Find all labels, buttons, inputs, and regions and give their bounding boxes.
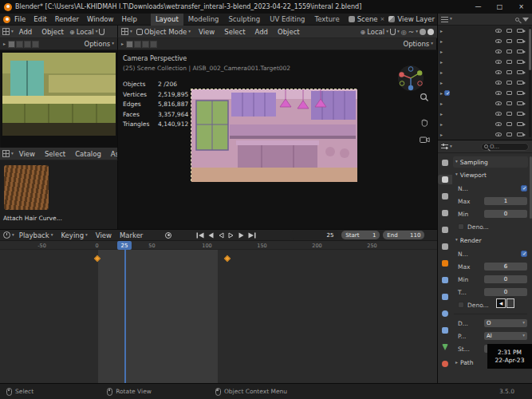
- rotate-tool-icon[interactable]: [32, 41, 39, 48]
- menu-file[interactable]: File: [10, 15, 30, 23]
- properties-tab-output[interactable]: [438, 192, 452, 201]
- menu-render[interactable]: Render: [51, 15, 83, 23]
- outliner-row[interactable]: [438, 98, 528, 109]
- menu-add[interactable]: Add: [250, 28, 271, 36]
- expand-icon[interactable]: [3, 41, 6, 46]
- mode-dropdown[interactable]: Object Mode: [134, 28, 193, 36]
- disable-viewport-icon[interactable]: [506, 81, 512, 85]
- workspace-tab-modeling[interactable]: Modeling: [183, 14, 224, 26]
- panel-viewport[interactable]: Viewport: [453, 169, 528, 180]
- proportional-editing-icon[interactable]: [401, 28, 407, 36]
- min-samples-field[interactable]: 0: [484, 210, 527, 218]
- hide-eye-icon[interactable]: [495, 132, 502, 136]
- outliner-row[interactable]: [438, 77, 528, 88]
- properties-tab-object-data[interactable]: [438, 342, 452, 352]
- asset-thumbnail[interactable]: [4, 165, 49, 210]
- outliner-row[interactable]: [438, 88, 528, 98]
- expand-icon[interactable]: [440, 101, 443, 106]
- taskbar-clock[interactable]: 2:31 PM 22-Apr-23: [487, 344, 532, 369]
- workspace-tab-texture[interactable]: Texture: [310, 14, 345, 26]
- disable-render-icon[interactable]: [517, 81, 523, 85]
- panel-render[interactable]: Render: [453, 235, 528, 246]
- maximize-button[interactable]: □: [489, 0, 510, 14]
- expand-icon[interactable]: [440, 49, 443, 54]
- disable-viewport-icon[interactable]: [506, 49, 512, 53]
- options-dropdown[interactable]: Options: [84, 40, 114, 48]
- expand-icon[interactable]: [440, 39, 443, 44]
- zoom-icon[interactable]: [419, 92, 430, 103]
- end-frame-field[interactable]: End 110: [383, 231, 424, 239]
- menu-view[interactable]: View: [195, 28, 219, 36]
- minimize-button[interactable]: —: [467, 0, 489, 14]
- collection-checkbox[interactable]: [444, 90, 450, 96]
- max-samples-field[interactable]: 1: [484, 197, 527, 205]
- next-keyframe-button[interactable]: [237, 231, 246, 239]
- material-shading-icon[interactable]: [428, 29, 434, 35]
- expand-icon[interactable]: [440, 60, 443, 65]
- disable-render-icon[interactable]: [517, 101, 523, 105]
- prev-keyframe-button[interactable]: [206, 231, 215, 239]
- denoise-checkbox[interactable]: [458, 223, 464, 230]
- outliner-row[interactable]: [438, 129, 528, 140]
- hide-eye-icon[interactable]: [495, 112, 502, 116]
- menu-object[interactable]: Object: [274, 28, 304, 36]
- panel-sampling[interactable]: Sampling: [453, 156, 528, 168]
- scene-selector[interactable]: Scene ×: [349, 15, 385, 23]
- disable-render-icon[interactable]: [517, 29, 523, 33]
- disable-viewport-icon[interactable]: [506, 39, 512, 43]
- expand-icon[interactable]: [440, 29, 443, 34]
- expand-icon[interactable]: [121, 41, 124, 46]
- view-layer-selector[interactable]: View Layer: [388, 15, 435, 23]
- disable-viewport-icon[interactable]: [506, 29, 512, 33]
- disable-render-icon[interactable]: [517, 49, 523, 53]
- disable-viewport-icon[interactable]: [506, 70, 512, 74]
- workspace-tab-sculpting[interactable]: Sculpting: [223, 14, 265, 26]
- passes-dropdown[interactable]: Al: [484, 332, 527, 340]
- timeline-body[interactable]: [0, 250, 437, 383]
- auto-keying-icon[interactable]: [165, 232, 171, 239]
- editor-type-viewport-dropdown[interactable]: [121, 28, 132, 35]
- select-box-tool-icon[interactable]: [8, 41, 15, 48]
- play-reverse-button[interactable]: [216, 231, 226, 239]
- solid-shading-icon[interactable]: [420, 29, 426, 35]
- hide-eye-icon[interactable]: [495, 49, 502, 53]
- jump-to-end-button[interactable]: [247, 231, 257, 239]
- properties-tab-physics[interactable]: [438, 309, 452, 318]
- properties-tab-scene[interactable]: [438, 225, 452, 235]
- menu-edit[interactable]: Edit: [30, 15, 50, 23]
- outliner-row[interactable]: [438, 26, 528, 36]
- menu-keying[interactable]: Keying: [57, 231, 90, 239]
- menu-asset[interactable]: Asse: [107, 150, 118, 158]
- properties-tab-render[interactable]: [438, 175, 452, 184]
- snap-magnet-icon[interactable]: [390, 29, 396, 35]
- workspace-tab-layout[interactable]: Layout: [151, 14, 183, 26]
- expand-icon[interactable]: [440, 112, 443, 117]
- transform-orientation-dropdown[interactable]: Local: [360, 28, 388, 36]
- timeline-ruler[interactable]: -50050100150200250: [0, 241, 437, 250]
- playhead-line[interactable]: [124, 241, 126, 383]
- keyframe-diamond[interactable]: [224, 255, 231, 262]
- editor-type-viewport-dropdown[interactable]: [2, 28, 14, 35]
- cursor-tool-icon[interactable]: [134, 41, 141, 48]
- camera-view-icon[interactable]: [419, 134, 430, 145]
- properties-tab-view-layer[interactable]: [438, 208, 452, 218]
- disable-render-icon[interactable]: [517, 91, 523, 95]
- disable-render-icon[interactable]: [517, 132, 523, 136]
- move-view-hand-icon[interactable]: [419, 117, 430, 128]
- play-button[interactable]: [227, 231, 236, 239]
- outliner-row[interactable]: [438, 46, 528, 57]
- navigation-gizmo[interactable]: [397, 65, 424, 92]
- denoise-checkbox[interactable]: [458, 302, 464, 308]
- menu-object[interactable]: Object: [37, 28, 68, 36]
- search-icon[interactable]: [515, 18, 519, 22]
- close-button[interactable]: ×: [510, 0, 532, 14]
- move-tool-icon[interactable]: [142, 41, 149, 48]
- snap-magnet-icon[interactable]: [99, 29, 104, 35]
- unlink-scene-icon[interactable]: ×: [380, 16, 385, 22]
- outliner-row[interactable]: [438, 36, 528, 46]
- disable-viewport-icon[interactable]: [506, 60, 512, 64]
- hide-eye-icon[interactable]: [495, 60, 502, 64]
- menu-marker[interactable]: Marker: [116, 231, 146, 239]
- expand-icon[interactable]: [440, 81, 443, 85]
- cursor-tool-icon[interactable]: [16, 41, 23, 48]
